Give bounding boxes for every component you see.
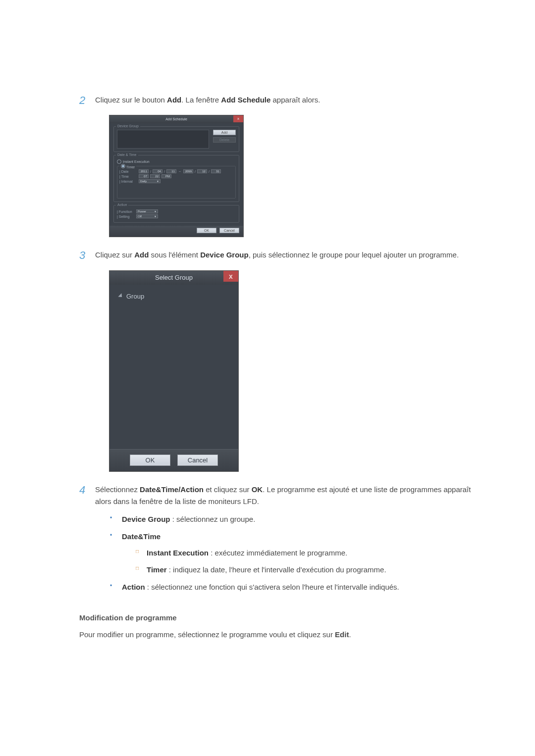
date-d1[interactable]: 11 xyxy=(166,169,176,173)
date-label: | Date xyxy=(119,170,137,173)
text: Sélectionnez xyxy=(95,485,140,494)
device-group-section: Device Group Add Delete xyxy=(113,126,239,152)
timer-group-label: Timer xyxy=(119,164,136,169)
date-m2[interactable]: 12 xyxy=(197,169,207,173)
add-button[interactable]: Add xyxy=(213,130,236,135)
delete-button[interactable]: Delete xyxy=(213,137,236,143)
text: . xyxy=(349,630,351,639)
page-content: 2 Cliquez sur le bouton Add. La fenêtre … xyxy=(0,0,535,707)
bold: Device Group xyxy=(200,251,249,259)
step-3: 3 Cliquez sur Add sous l'élément Device … xyxy=(79,249,485,262)
date-y2[interactable]: 2099 xyxy=(183,169,193,173)
bold: Instant Execution xyxy=(147,549,209,557)
dialog-title: Select Group xyxy=(155,274,193,281)
device-group-list[interactable] xyxy=(117,130,209,149)
bold: Action xyxy=(122,583,145,591)
section-label: Date & Time xyxy=(116,153,138,156)
ok-button[interactable]: OK xyxy=(197,228,216,233)
text: , puis sélectionnez le groupe pour leque… xyxy=(249,251,459,259)
text: : exécutez immédiatement le programme. xyxy=(209,549,347,557)
action-section: Action | Function Power▼ | Setting Off▼ xyxy=(113,205,239,223)
dialog-title: Add Schedule xyxy=(165,117,187,121)
text: apparaît alors. xyxy=(270,96,320,104)
list-item: Timer : indiquez la date, l'heure et l'i… xyxy=(136,564,485,575)
step-number: 2 xyxy=(79,94,95,107)
date-time-section: Date & Time Instant Execution Timer | Da… xyxy=(113,155,239,202)
interval-label: | Interval xyxy=(119,180,137,183)
tree-root-item[interactable]: Group xyxy=(118,293,229,300)
date-m1[interactable]: 04 xyxy=(153,169,162,173)
section-heading: Modification de programme xyxy=(79,613,485,622)
group-tree[interactable]: Group xyxy=(109,285,238,449)
bold: Edit xyxy=(335,630,349,639)
bullet-sublist: Instant Execution : exécutez immédiateme… xyxy=(122,547,485,575)
cancel-button[interactable]: Cancel xyxy=(219,228,239,233)
interval-value: Daily xyxy=(140,180,147,183)
select-group-dialog: Select Group x Group OK Cancel xyxy=(109,270,239,472)
time-hh[interactable]: 07 xyxy=(139,174,149,178)
bold: Date&Time/Action xyxy=(140,485,204,494)
bold: OK xyxy=(252,485,263,494)
cancel-button[interactable]: Cancel xyxy=(177,454,218,466)
date-y1[interactable]: 2011 xyxy=(139,169,149,173)
list-item: Device Group : sélectionnez un groupe. xyxy=(110,513,485,525)
step-4: 4 Sélectionnez Date&Time/Action et cliqu… xyxy=(79,484,485,599)
time-ampm[interactable]: PM xyxy=(161,174,171,178)
step-text: Sélectionnez Date&Time/Action et cliquez… xyxy=(95,484,485,599)
text: : sélectionnez un groupe. xyxy=(170,515,256,523)
timer-label: Timer xyxy=(126,165,135,169)
instant-execution-label: Instant Execution xyxy=(123,160,150,163)
function-select[interactable]: Power▼ xyxy=(136,209,158,213)
time-label: | Time xyxy=(119,175,137,178)
add-schedule-dialog: Add Schedule x Device Group Add Delete D… xyxy=(109,115,244,237)
close-icon[interactable]: x xyxy=(223,271,238,282)
timer-group: Timer | Date 2011/04/11 ~ 2099/12/31 | T… xyxy=(117,166,236,199)
chevron-down-icon: ▼ xyxy=(154,210,157,213)
section-label: Action xyxy=(116,203,128,206)
dialog-footer: OK Cancel xyxy=(109,449,238,471)
text: Cliquez sur le bouton xyxy=(95,96,167,104)
text: sous l'élément xyxy=(149,251,200,259)
radio-instant[interactable] xyxy=(117,159,121,164)
text: Pour modifier un programme, sélectionnez… xyxy=(79,630,335,639)
sep: / xyxy=(195,170,196,173)
bold: Timer xyxy=(147,565,167,574)
date-d2[interactable]: 31 xyxy=(211,169,221,173)
dialog-titlebar: Select Group x xyxy=(109,271,238,285)
step-text: Cliquez sur Add sous l'élément Device Gr… xyxy=(95,249,485,261)
bullet-list: Device Group : sélectionnez un groupe. D… xyxy=(95,513,485,593)
dialog-footer: OK Cancel xyxy=(109,226,243,237)
bold: Date&Time xyxy=(122,532,160,541)
setting-value: Off xyxy=(138,215,142,218)
radio-timer[interactable] xyxy=(121,164,125,168)
step-number: 3 xyxy=(79,249,95,262)
step-number: 4 xyxy=(79,484,95,497)
add-schedule-screenshot: Add Schedule x Device Group Add Delete D… xyxy=(109,115,485,237)
sep: / xyxy=(164,170,165,173)
select-group-screenshot: Select Group x Group OK Cancel xyxy=(109,270,485,472)
text: : indiquez la date, l'heure et l'interva… xyxy=(167,565,386,574)
section-label: Device Group xyxy=(116,124,140,128)
bold: Add xyxy=(134,251,149,259)
step-text: Cliquez sur le bouton Add. La fenêtre Ad… xyxy=(95,94,485,106)
list-item: Instant Execution : exécutez immédiateme… xyxy=(136,547,485,558)
text: : sélectionnez une fonction qui s'active… xyxy=(145,583,399,591)
close-icon[interactable]: x xyxy=(233,115,243,122)
chevron-down-icon: ▼ xyxy=(157,180,159,183)
setting-select[interactable]: Off▼ xyxy=(136,214,158,218)
dialog-titlebar: Add Schedule x xyxy=(109,115,243,123)
tilde: ~ xyxy=(179,170,181,173)
expand-icon[interactable] xyxy=(118,294,123,299)
paragraph: Pour modifier un programme, sélectionnez… xyxy=(79,629,485,641)
time-mm[interactable]: 22 xyxy=(150,174,160,178)
list-item: Date&Time Instant Execution : exécutez i… xyxy=(110,531,485,575)
step-2: 2 Cliquez sur le bouton Add. La fenêtre … xyxy=(79,94,485,107)
sep: / xyxy=(209,170,210,173)
tree-root-label: Group xyxy=(126,293,144,300)
bold: Device Group xyxy=(122,515,170,523)
ok-button[interactable]: OK xyxy=(130,454,170,466)
bold: Add xyxy=(167,96,181,104)
interval-select[interactable]: Daily▼ xyxy=(139,179,160,183)
function-label: | Function xyxy=(117,210,135,213)
function-value: Power xyxy=(138,210,146,213)
